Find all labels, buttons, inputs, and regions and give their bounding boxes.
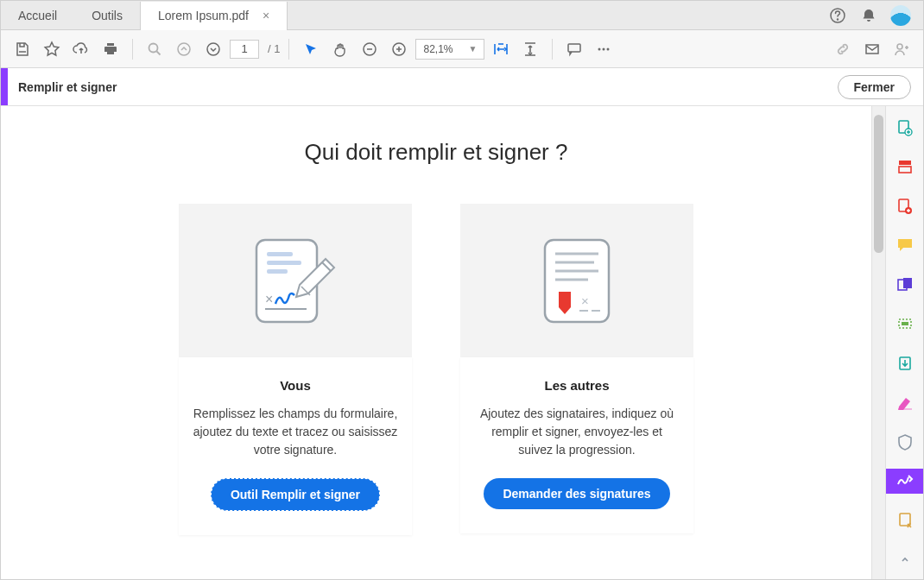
svg-rect-11 [866,45,878,54]
svg-rect-7 [568,44,580,52]
svg-point-9 [603,47,605,50]
svg-point-1 [838,19,839,20]
sidebar-fill-sign-icon[interactable] [886,469,924,495]
close-tab-icon[interactable]: × [263,9,269,22]
svg-rect-39 [900,514,910,526]
account-avatar[interactable] [890,5,911,26]
main-heading: Qui doit remplir et signer ? [305,139,568,166]
svg-point-12 [897,44,902,49]
svg-point-4 [207,43,219,55]
sidebar-more-icon[interactable] [886,547,924,573]
fill-sign-tool-button[interactable]: Outil Remplir et signer [211,478,380,511]
sidebar-send-icon[interactable] [886,508,924,533]
sidebar-organize-icon[interactable] [886,272,924,298]
svg-text:×: × [265,292,273,306]
sidebar-create-pdf-icon[interactable] [886,115,924,141]
help-icon[interactable] [828,6,847,25]
page-down-icon[interactable] [200,36,226,62]
page-up-icon[interactable] [171,36,197,62]
print-icon[interactable] [98,36,123,62]
right-sidebar [885,106,923,579]
panel-title: Remplir et signer [18,80,117,94]
fit-height-icon[interactable] [517,36,543,62]
panel-accent [1,68,8,105]
sidebar-comment-icon[interactable] [886,233,924,259]
card-others-illustration: × [460,204,693,357]
fit-width-icon[interactable] [488,36,514,62]
svg-rect-14 [267,252,293,256]
more-icon[interactable] [591,36,617,62]
cloud-upload-icon[interactable] [68,36,94,62]
zoom-in-icon[interactable] [386,36,412,62]
sidebar-highlight-icon[interactable] [886,390,924,416]
save-icon[interactable] [9,36,35,62]
sidebar-protect-icon[interactable] [886,429,924,455]
card-others: × Les autres Ajoutez des signataires, in… [460,204,693,535]
scrollbar-thumb[interactable] [874,115,883,253]
find-icon[interactable] [142,36,168,62]
zoom-dropdown[interactable]: 82,1% ▼ [415,39,484,60]
tab-bar: Accueil Outils Lorem Ipsum.pdf × [1,1,923,30]
svg-point-3 [178,43,190,55]
page-total-label: / 1 [268,42,280,55]
request-signatures-button[interactable]: Demander des signatures [484,478,669,509]
zoom-out-icon[interactable] [357,36,383,62]
main-toolbar: / 1 82,1% ▼ [1,30,923,68]
chevron-down-icon: ▼ [469,44,478,54]
sidebar-combine-icon[interactable] [886,154,924,180]
vertical-scrollbar[interactable] [871,106,885,579]
svg-point-2 [149,43,158,52]
svg-rect-34 [903,278,912,288]
svg-rect-15 [267,261,301,265]
card-you-illustration: × [179,204,412,357]
close-panel-button[interactable]: Fermer [838,75,911,99]
selection-tool-icon[interactable] [298,36,324,62]
svg-point-8 [598,47,601,50]
sidebar-export-icon[interactable] [886,350,924,376]
link-icon[interactable] [830,36,856,62]
panel-header: Remplir et signer Fermer [1,68,923,106]
svg-rect-29 [899,161,911,165]
card-others-title: Les autres [474,378,680,393]
svg-rect-30 [899,167,911,173]
card-others-desc: Ajoutez des signataires, indiquez où rem… [474,405,680,459]
tab-document[interactable]: Lorem Ipsum.pdf × [140,2,288,30]
sidebar-edit-pdf-icon[interactable] [886,193,924,219]
email-icon[interactable] [859,36,885,62]
svg-point-10 [607,47,610,50]
card-you-title: Vous [193,378,398,393]
svg-rect-36 [902,322,908,325]
hand-tool-icon[interactable] [327,36,353,62]
page-number-input[interactable] [230,40,259,59]
card-you: × Vous Remplissez les champs du formulai… [179,204,412,535]
sidebar-redact-icon[interactable] [886,312,924,337]
notifications-icon[interactable] [859,6,878,25]
tab-home[interactable]: Accueil [1,1,74,29]
tab-tools[interactable]: Outils [74,1,140,29]
comment-icon[interactable] [561,36,587,62]
star-icon[interactable] [39,36,65,62]
svg-rect-38 [898,408,912,410]
card-you-desc: Remplissez les champs du formulaire, ajo… [193,405,398,459]
svg-rect-16 [267,269,288,274]
share-user-icon[interactable] [889,36,915,62]
main-content: Qui doit remplir et signer ? × [1,106,871,579]
svg-text:×: × [581,293,589,308]
